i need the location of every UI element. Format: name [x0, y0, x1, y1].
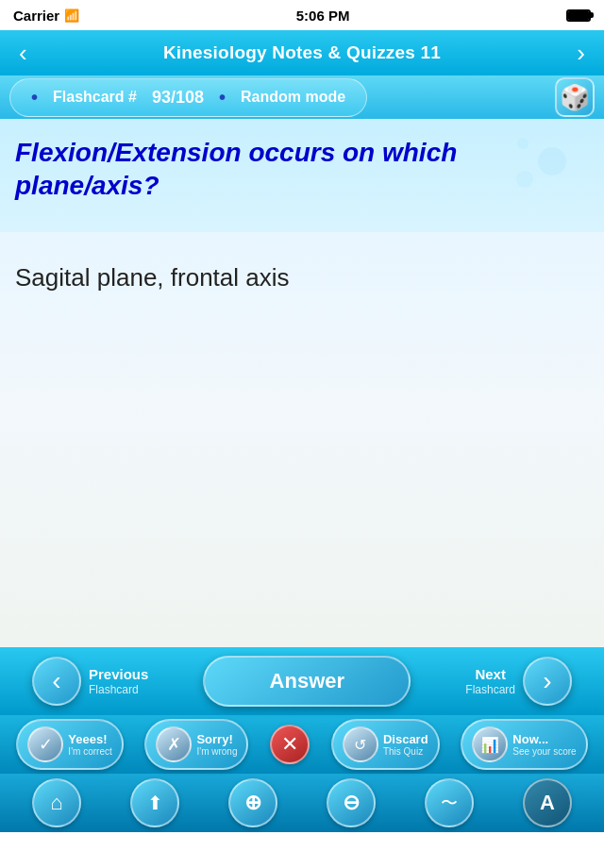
- correct-button[interactable]: ✓ Yeees! I'm correct: [16, 719, 123, 770]
- nav-bar: ‹ Kinesiology Notes & Quizzes 11 ›: [0, 30, 604, 75]
- bubble-deco-3: [517, 138, 528, 149]
- discard-sub: This Quiz: [383, 746, 428, 757]
- random-mode-label: Random mode: [241, 89, 345, 106]
- time-label: 5:06 PM: [296, 8, 350, 24]
- discard-label: Discard: [383, 732, 428, 747]
- forward-button[interactable]: ›: [571, 39, 591, 68]
- correct-sub: I'm correct: [68, 746, 111, 757]
- score-button[interactable]: 📊 Now... See your score: [461, 719, 587, 770]
- wave-icon: 〜: [441, 792, 458, 814]
- answer-text: Sagital plane, frontal axis: [15, 260, 290, 294]
- navigation-toolbar: ‹ Previous Flashcard Answer Next Flashca…: [0, 647, 604, 715]
- correct-label: Yeees!: [68, 732, 111, 747]
- nav-title: Kinesiology Notes & Quizzes 11: [33, 42, 572, 63]
- flashcard-info-pill: • Flashcard # 93/108 • Random mode: [9, 78, 367, 117]
- bubble-deco-1: [538, 147, 566, 175]
- status-bar: Carrier 📶 5:06 PM: [0, 0, 604, 30]
- wrong-button[interactable]: ✗ Sorry! I'm wrong: [144, 719, 248, 770]
- flashcard-number: 93/108: [152, 88, 204, 108]
- carrier-label: Carrier: [13, 8, 59, 24]
- wrong-label: Sorry!: [196, 732, 237, 747]
- correct-icon: ✓: [27, 726, 63, 762]
- share-icon: ⬆: [147, 792, 163, 814]
- answer-area: Sagital plane, frontal axis: [0, 232, 604, 647]
- random-dot: •: [219, 87, 226, 108]
- zoom-out-button[interactable]: ⊖: [327, 778, 376, 827]
- score-icon: 📊: [472, 726, 508, 762]
- flashcard-area: Flexion/Extension occurs on which plane/…: [0, 119, 604, 647]
- info-bar: • Flashcard # 93/108 • Random mode 🎲: [0, 75, 604, 119]
- bottom-toolbar: ⌂ ⬆ ⊕ ⊖ 〜 A: [0, 774, 604, 832]
- score-label: Now...: [512, 732, 576, 747]
- score-sub: See your score: [512, 746, 576, 757]
- wave-button[interactable]: 〜: [425, 778, 474, 827]
- wifi-icon: 📶: [64, 8, 79, 23]
- previous-arrow-icon: ‹: [32, 657, 81, 706]
- zoom-in-button[interactable]: ⊕: [228, 778, 277, 827]
- close-quiz-button[interactable]: ✕: [270, 725, 310, 764]
- wrong-sub: I'm wrong: [196, 746, 237, 757]
- zoom-out-icon: ⊖: [343, 791, 360, 815]
- text-size-button[interactable]: A: [523, 778, 572, 827]
- question-area: Flexion/Extension occurs on which plane/…: [0, 119, 604, 232]
- text-a-icon: A: [540, 791, 555, 815]
- home-icon: ⌂: [50, 791, 62, 815]
- next-flashcard-button[interactable]: Next Flashcard ›: [465, 657, 572, 706]
- action-toolbar: ✓ Yeees! I'm correct ✗ Sorry! I'm wrong …: [0, 715, 604, 774]
- answer-button[interactable]: Answer: [203, 656, 411, 707]
- flashcard-label: Flashcard #: [53, 89, 137, 106]
- previous-label: Previous: [89, 666, 148, 683]
- next-label: Next: [465, 666, 515, 683]
- battery-indicator: [566, 9, 591, 22]
- home-button[interactable]: ⌂: [32, 778, 81, 827]
- random-dice-button[interactable]: 🎲: [555, 77, 595, 117]
- zoom-in-icon: ⊕: [244, 791, 261, 815]
- discard-icon: ↺: [343, 726, 378, 762]
- bubble-deco-2: [516, 171, 533, 188]
- previous-sub: Flashcard: [89, 683, 148, 696]
- flashcard-dot: •: [31, 87, 38, 108]
- back-button[interactable]: ‹: [13, 39, 33, 68]
- share-button[interactable]: ⬆: [130, 778, 179, 827]
- next-sub: Flashcard: [465, 683, 515, 696]
- discard-button[interactable]: ↺ Discard This Quiz: [331, 719, 440, 770]
- question-text: Flexion/Extension occurs on which plane/…: [15, 136, 589, 202]
- wrong-icon: ✗: [156, 726, 192, 762]
- previous-flashcard-button[interactable]: ‹ Previous Flashcard: [32, 657, 148, 706]
- next-arrow-icon: ›: [523, 657, 572, 706]
